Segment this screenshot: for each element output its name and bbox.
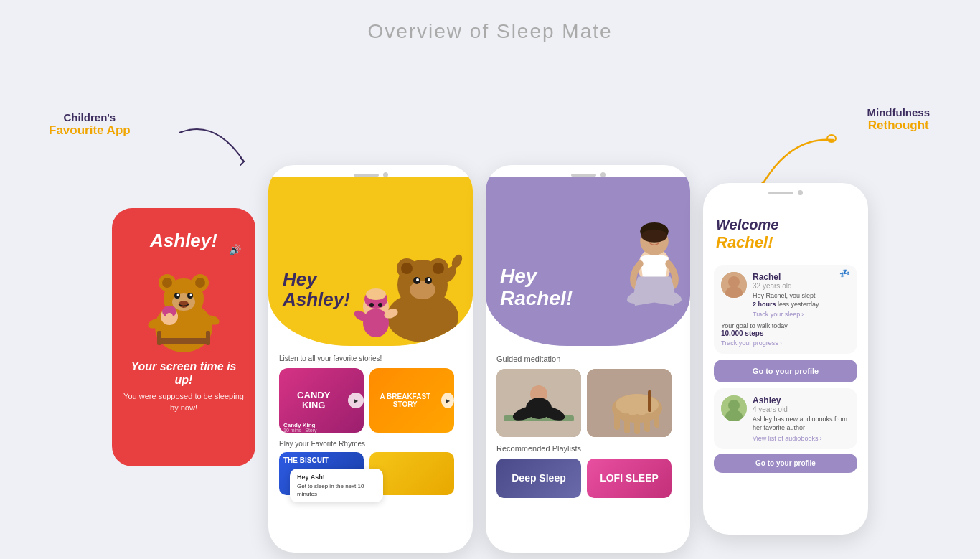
- phone4-speaker-bar: [768, 192, 793, 194]
- svg-rect-61: [654, 412, 659, 428]
- go-to-ashley-profile-button[interactable]: Go to your profile: [714, 454, 857, 473]
- rachel-profile-info: Rachel 32 years old Hey Rachel, you slep…: [753, 272, 819, 318]
- phones-container: Ashley! 🔊: [112, 165, 868, 553]
- phone4-welcome: Welcome: [716, 217, 855, 233]
- candy-king-title: CANDY KING: [279, 385, 348, 417]
- phone3-body: Guided meditation: [486, 346, 690, 507]
- svg-point-24: [401, 263, 413, 274]
- page-title: Overview of Sleep Mate: [0, 0, 980, 43]
- svg-rect-62: [648, 390, 651, 412]
- rachel-name: Rachel: [753, 272, 819, 282]
- steps-row: Your goal to walk today 10,000 steps Tra…: [721, 322, 850, 347]
- breakfast-story-title: A BREAKFAST STORY: [369, 389, 441, 412]
- svg-point-45: [641, 230, 667, 243]
- svg-point-64: [728, 276, 740, 288]
- deep-sleep-label: Deep Sleep: [512, 472, 565, 484]
- ashley-profile-info: Ashley 4 years old Ashley has new audiob…: [753, 395, 850, 441]
- svg-point-15: [166, 313, 173, 320]
- phone3-header: Hey Rachel!: [486, 177, 690, 346]
- notif-title: Hey Ash!: [297, 473, 376, 482]
- steps-count: 10,000 steps: [721, 329, 850, 337]
- bowl-card[interactable]: [587, 369, 672, 437]
- yoga-card[interactable]: [496, 369, 581, 437]
- phone1-screen-time-sub: You were supposed to be sleeping by now!: [123, 391, 245, 413]
- rachel-age: 32 years old: [753, 282, 819, 290]
- zzz-icon: 💤: [839, 268, 850, 278]
- bear-illustration: [137, 255, 230, 356]
- right-annotation-line1: Mindfulness: [867, 106, 930, 118]
- phone1-card: Ashley! 🔊: [112, 208, 255, 466]
- svg-point-6: [195, 278, 205, 288]
- phone3-speaker-bar: [571, 174, 596, 177]
- rachel-hours-highlight: 2 hours: [753, 301, 776, 308]
- lofi-sleep-label: LOFI SLEEP: [600, 472, 659, 484]
- right-annotation-line2: Rethought: [867, 118, 930, 133]
- phone4-header: Welcome Rachel!: [703, 195, 868, 259]
- breakfast-story-card[interactable]: A BREAKFAST STORY ▶: [369, 368, 454, 433]
- phone1-greeting: Ashley!: [150, 230, 217, 252]
- biscuit-title: THE BISCUIT: [283, 456, 329, 464]
- phone4-notch: [703, 183, 868, 195]
- masha-bear-illustration: [329, 202, 473, 346]
- phone3-frame: Hey Rachel!: [486, 165, 690, 553]
- sound-icon[interactable]: 🔊: [229, 244, 241, 255]
- svg-point-0: [827, 135, 836, 142]
- svg-point-10: [177, 294, 179, 296]
- phone2-body: Listen to all your favorite stories! CAN…: [268, 346, 473, 504]
- right-annotation: Mindfulness Rethought: [867, 106, 930, 133]
- phone4-welcome-name: Rachel!: [716, 233, 855, 252]
- rachel-profile-row: Rachel 32 years old Hey Rachel, you slep…: [721, 272, 850, 318]
- speaker-bar: [354, 174, 379, 177]
- left-annotation-line1: Children's: [49, 111, 131, 123]
- svg-rect-18: [206, 331, 210, 345]
- ashley-age: 4 years old: [753, 405, 850, 413]
- ashley-profile-card: Ashley 4 years old Ashley has new audiob…: [714, 388, 857, 448]
- svg-point-67: [728, 400, 740, 411]
- svg-point-38: [378, 303, 382, 307]
- phone2-header: Hey Ashley!: [268, 177, 473, 346]
- svg-point-12: [179, 301, 189, 308]
- view-audiobooks-link[interactable]: View list of audiobooks ›: [753, 435, 850, 442]
- left-annotation-line2: Favourite App: [49, 123, 131, 138]
- meditation-cards: [496, 369, 679, 437]
- phone4-camera-dot: [798, 190, 803, 195]
- svg-rect-60: [644, 413, 650, 432]
- lofi-sleep-card[interactable]: LOFI SLEEP: [587, 459, 672, 498]
- left-annotation: Children's Favourite App: [49, 111, 131, 138]
- ashley-name: Ashley: [753, 395, 850, 405]
- story-cards: CANDY KING ▶ Candy King 10 mins | Story …: [279, 368, 462, 433]
- candy-king-sub: 10 mins | Story: [283, 428, 317, 433]
- notif-body: Get to sleep in the next 10 minutes: [297, 482, 376, 498]
- candy-king-play-button[interactable]: ▶: [348, 393, 364, 408]
- breakfast-story-play-button[interactable]: ▶: [441, 393, 454, 408]
- ashley-avatar: [721, 395, 747, 421]
- svg-point-36: [366, 288, 386, 300]
- phone3-playlist-title: Recommended Playlists: [496, 444, 679, 453]
- svg-point-11: [190, 294, 192, 296]
- phone2-frame: Hey Ashley!: [268, 165, 473, 553]
- svg-rect-17: [157, 331, 161, 345]
- playlist-cards: Deep Sleep LOFI SLEEP: [496, 459, 679, 498]
- deep-sleep-card[interactable]: Deep Sleep: [496, 459, 581, 498]
- svg-point-37: [369, 303, 374, 307]
- phone1-screen-time-title: Your screen time is up!: [123, 360, 245, 387]
- rachel-avatar: [721, 272, 747, 298]
- phone4-frame: Welcome Rachel! Rachel 32 years old Hey …: [703, 183, 868, 535]
- svg-point-56: [616, 394, 659, 415]
- svg-point-27: [410, 281, 435, 299]
- track-sleep-link[interactable]: Track your sleep ›: [753, 311, 819, 318]
- svg-rect-57: [614, 412, 620, 430]
- notification-popup: Hey Ash! Get to sleep in the next 10 min…: [290, 469, 383, 502]
- phone3-camera-dot: [600, 172, 606, 177]
- candy-king-card[interactable]: CANDY KING ▶ Candy King 10 mins | Story: [279, 368, 364, 433]
- svg-point-30: [416, 278, 419, 281]
- ashley-profile-row: Ashley 4 years old Ashley has new audiob…: [721, 395, 850, 441]
- go-to-profile-button[interactable]: Go to your profile: [714, 360, 857, 382]
- track-progress-link[interactable]: Track your progress ›: [721, 339, 850, 347]
- phone2-stories-title: Listen to all your favorite stories!: [279, 354, 462, 362]
- svg-rect-58: [624, 413, 630, 433]
- svg-rect-16: [159, 338, 209, 344]
- rachel-sleep-message: Hey Rachel, you slept 2 hours less yeste…: [753, 292, 819, 309]
- svg-rect-59: [634, 414, 640, 434]
- ashley-message: Ashley has new audiobooks from her favor…: [753, 415, 850, 432]
